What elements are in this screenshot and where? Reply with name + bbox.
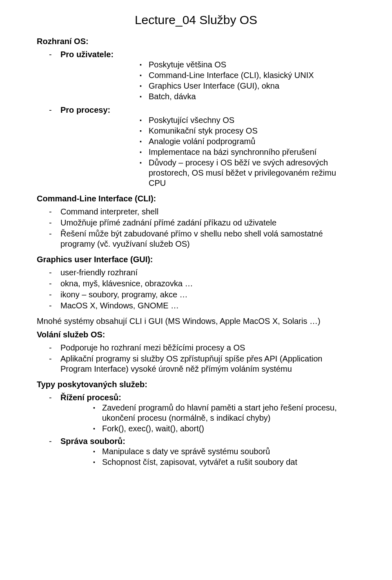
heading-rozhrani: Rozhraní OS: (37, 37, 355, 46)
heading-gui: Graphics user Interface (GUI): (37, 255, 355, 264)
list-item: okna, myš, klávesnice, obrazovka … (60, 279, 355, 289)
label: Správa souborů: (60, 437, 125, 446)
list-gui: user-friendly rozhraní okna, myš, kláves… (37, 268, 355, 311)
list-item: Umožňuje přímé zadnání přímé zadání přík… (60, 218, 355, 228)
list-item: Analogie volání podprogramů (149, 136, 355, 147)
list-item: Manipulace s daty ve správě systému soub… (102, 446, 355, 457)
list-item: Aplikační programy si služby OS zpřístup… (60, 354, 355, 374)
list-item: Implementace na bázi synchronního přeruš… (149, 147, 355, 157)
heading-typy: Typy poskytovaných služeb: (37, 380, 355, 389)
list-item: Poskytující všechny OS (149, 115, 355, 125)
sublist: Poskytující všechny OS Komunikační styk … (60, 115, 355, 188)
list-item: ikony – soubory, programy, akce … (60, 290, 355, 300)
list-rozhrani: Pro uživatele: Poskytuje většina OS Comm… (37, 49, 355, 188)
heading-volani: Volání služeb OS: (37, 330, 355, 339)
list-item: Graphics User Interface (GUI), okna (149, 81, 355, 91)
list-item: Poskytuje většina OS (149, 60, 355, 70)
list-item: Pro uživatele: Poskytuje většina OS Comm… (60, 49, 355, 102)
list-item: Pro procesy: Poskytující všechny OS Komu… (60, 105, 355, 188)
list-typy: Řížení procesů: Zavedení programů do hla… (37, 393, 355, 467)
list-item: Komunikační styk procesy OS (149, 126, 355, 136)
document-title: Lecture_04 Služby OS (37, 13, 355, 27)
list-item: Fork(), exec(), wait(), abort() (102, 424, 355, 434)
list-item: Command-Line Interface (CLI), klasický U… (149, 70, 355, 80)
sublist: Poskytuje většina OS Command-Line Interf… (60, 60, 355, 102)
list-volani: Podporuje ho rozhraní mezi běžícími proc… (37, 343, 355, 374)
list-item: Command interpreter, shell (60, 207, 355, 217)
document-page: { "title": "Lecture_04 Služby OS", "s1":… (0, 0, 392, 580)
sublist: Zavedení programů do hlavní paměti a sta… (60, 403, 355, 434)
label: Pro procesy: (60, 105, 110, 114)
paragraph: Mnohé systémy obsahují CLI i GUI (MS Win… (37, 317, 355, 326)
list-item: Důvody – procesy i OS běží ve svých adre… (149, 158, 355, 188)
list-item: Správa souborů: Manipulace s daty ve spr… (60, 436, 355, 467)
list-item: Schopnost číst, zapisovat, vytvářet a ru… (102, 457, 355, 467)
list-cli: Command interpreter, shell Umožňuje přím… (37, 207, 355, 249)
sublist: Manipulace s daty ve správě systému soub… (60, 446, 355, 467)
label: Pro uživatele: (60, 50, 114, 59)
list-item: user-friendly rozhraní (60, 268, 355, 278)
list-item: MacOS X, Windows, GNOME … (60, 301, 355, 311)
label: Řížení procesů: (60, 393, 121, 402)
list-item: Batch, dávka (149, 91, 355, 102)
list-item: Řížení procesů: Zavedení programů do hla… (60, 393, 355, 434)
list-item: Podporuje ho rozhraní mezi běžícími proc… (60, 343, 355, 353)
list-item: Řešení může být zabudované přímo v shell… (60, 229, 355, 249)
list-item: Zavedení programů do hlavní paměti a sta… (102, 403, 355, 423)
heading-cli: Command-Line Interface (CLI): (37, 194, 355, 203)
